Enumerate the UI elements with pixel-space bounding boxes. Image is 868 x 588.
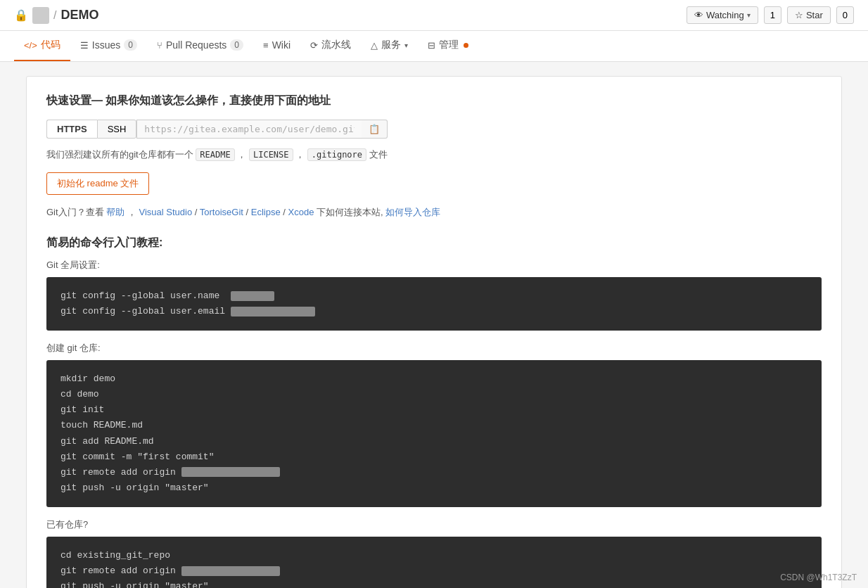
blurred-username	[231, 291, 274, 301]
code-init: git init	[60, 402, 808, 418]
tab-services-label: 服务	[381, 39, 401, 51]
eclipse-link[interactable]: Eclipse	[251, 207, 281, 217]
code-remote-existing: git remote add origin	[60, 563, 808, 579]
issues-icon: ☰	[80, 40, 89, 51]
code-cd: cd demo	[60, 387, 808, 402]
tab-wiki-label: Wiki	[272, 39, 291, 51]
global-config-code: git config --global user.name git config…	[46, 277, 822, 331]
tab-code-label: 代码	[41, 39, 60, 51]
code-push-existing: git push -u origin "master"	[60, 579, 808, 588]
star-icon: ☆	[795, 10, 803, 20]
comma1: ，	[127, 207, 136, 217]
services-dropdown-icon: ▾	[404, 41, 408, 49]
code-cd-existing: cd existing_git_repo	[60, 548, 808, 563]
services-icon: △	[371, 40, 378, 51]
connect-text: 下如何连接本站,	[317, 207, 385, 217]
https-button[interactable]: HTTPS	[46, 120, 97, 139]
pr-icon: ⑂	[157, 40, 162, 51]
create-repo-code: mkdir demo cd demo git init touch README…	[46, 360, 822, 507]
repo-title-area: 🔒 / DEMO	[14, 7, 98, 24]
recommend-prefix: 我们强烈建议所有的git仓库都有一个	[46, 149, 196, 160]
blurred-origin	[181, 467, 280, 477]
tortoise-link[interactable]: TortoiseGit	[200, 207, 243, 217]
pipeline-icon: ⟳	[310, 40, 318, 51]
tab-pr-label: Pull Requests	[166, 39, 226, 51]
git-help-links: Git入门？查看 帮助 ， Visual Studio / TortoiseGi…	[46, 206, 822, 219]
code-line-2: git config --global user.email	[60, 304, 808, 319]
star-count[interactable]: 0	[836, 6, 854, 24]
tab-pipeline[interactable]: ⟳ 流水线	[300, 30, 361, 61]
ssh-button[interactable]: SSH	[97, 120, 137, 139]
existing-repo-subtitle: 已有仓库?	[46, 518, 822, 531]
recommend-sep2: ，	[295, 149, 305, 160]
tab-services[interactable]: △ 服务 ▾	[361, 30, 418, 61]
admin-notification-dot	[464, 43, 468, 48]
existing-repo-code: cd existing_git_repo git remote add orig…	[46, 537, 822, 588]
repo-name: DEMO	[60, 8, 98, 23]
recommend-suffix: 文件	[369, 149, 388, 160]
user-avatar	[32, 7, 49, 24]
code-icon: </>	[24, 40, 37, 51]
content-box: 快速设置— 如果你知道该怎么操作，直接使用下面的地址 HTTPS SSH 📋 我…	[26, 76, 842, 588]
star-button[interactable]: ☆ Star	[787, 6, 831, 24]
watch-button[interactable]: 👁 Watching ▾	[687, 6, 758, 24]
admin-icon: ⊟	[428, 40, 435, 51]
quick-setup-title: 快速设置— 如果你知道该怎么操作，直接使用下面的地址	[46, 94, 822, 108]
main-content: 快速设置— 如果你知道该怎么操作，直接使用下面的地址 HTTPS SSH 📋 我…	[12, 62, 856, 588]
import-link[interactable]: 如何导入仓库	[385, 207, 440, 217]
repo-url-input[interactable]	[136, 120, 362, 139]
code-push: git push -u origin "master"	[60, 480, 808, 496]
readme-inline: README	[196, 148, 234, 161]
blurred-origin-existing	[181, 566, 280, 576]
page-header: 🔒 / DEMO 👁 Watching ▾ 1 ☆ Star 0	[0, 0, 868, 31]
path-separator: /	[53, 9, 56, 22]
copy-url-button[interactable]: 📋	[362, 120, 388, 139]
eye-icon: 👁	[694, 10, 703, 20]
footer-note: CSDN @Wh1T3ZzT	[780, 573, 857, 582]
gitignore-inline: .gitignore	[307, 148, 366, 161]
global-config-subtitle: Git 全局设置:	[46, 259, 822, 271]
wiki-icon: ≡	[263, 40, 269, 51]
create-repo-subtitle: 创建 git 仓库:	[46, 342, 822, 354]
code-mkdir: mkdir demo	[60, 371, 808, 387]
tab-issues[interactable]: ☰ Issues 0	[70, 30, 147, 61]
pr-badge: 0	[230, 39, 243, 51]
tab-admin-label: 管理	[439, 39, 459, 51]
tab-code[interactable]: </> 代码	[14, 30, 70, 61]
code-commit: git commit -m "first commit"	[60, 449, 808, 465]
git-intro-text: Git入门？查看	[46, 207, 106, 217]
protocol-row: HTTPS SSH 📋	[46, 120, 822, 139]
issues-badge: 0	[124, 39, 137, 51]
xcode-link[interactable]: Xcode	[288, 207, 314, 217]
tutorial-title: 简易的命令行入门教程:	[46, 236, 822, 250]
code-touch: touch README.md	[60, 418, 808, 433]
code-line-1: git config --global user.name	[60, 288, 808, 304]
init-readme-button[interactable]: 初始化 readme 文件	[46, 172, 149, 195]
recommend-sep1: ，	[237, 149, 246, 160]
tab-pipeline-label: 流水线	[321, 39, 351, 51]
star-label: Star	[806, 10, 823, 20]
slash1: /	[195, 207, 200, 217]
watch-label: Watching	[706, 10, 744, 20]
slash2: /	[246, 207, 251, 217]
tab-pull-requests[interactable]: ⑂ Pull Requests 0	[147, 30, 253, 61]
watch-dropdown-icon: ▾	[747, 11, 751, 19]
lock-icon: 🔒	[14, 8, 28, 22]
code-remote: git remote add origin	[60, 465, 808, 480]
blurred-email	[231, 307, 315, 317]
tab-issues-label: Issues	[92, 39, 120, 51]
help-link[interactable]: 帮助	[106, 207, 125, 217]
tab-admin[interactable]: ⊟ 管理	[418, 30, 478, 61]
header-actions: 👁 Watching ▾ 1 ☆ Star 0	[687, 6, 854, 24]
vs-link[interactable]: Visual Studio	[139, 207, 192, 217]
slash3: /	[283, 207, 288, 217]
nav-tabs-bar: </> 代码 ☰ Issues 0 ⑂ Pull Requests 0 ≡ Wi…	[0, 31, 868, 62]
watch-count[interactable]: 1	[764, 6, 781, 24]
code-add: git add README.md	[60, 434, 808, 449]
license-inline: LICENSE	[249, 148, 293, 161]
tab-wiki[interactable]: ≡ Wiki	[253, 30, 300, 61]
recommend-text: 我们强烈建议所有的git仓库都有一个 README ， LICENSE ， .g…	[46, 148, 822, 161]
